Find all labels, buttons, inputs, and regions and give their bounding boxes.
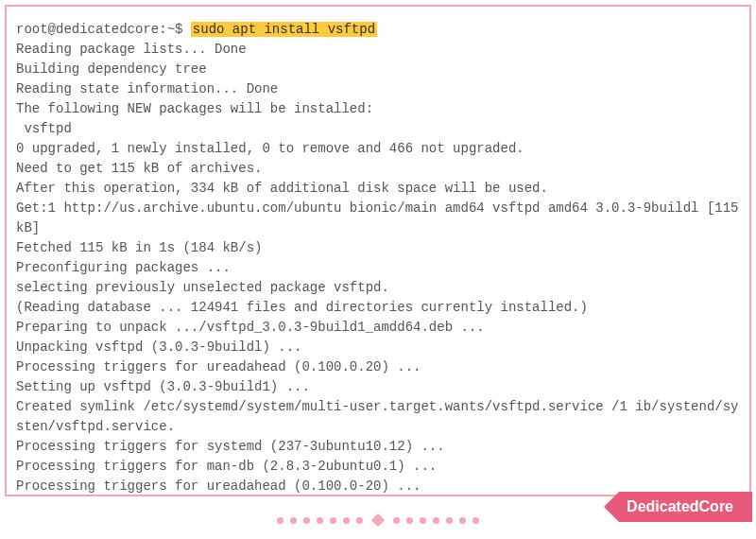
output-line: Preparing to unpack .../vsftpd_3.0.3-9bu… <box>16 318 740 338</box>
dot-icon <box>406 517 413 524</box>
brand-ribbon: DedicatedCore <box>604 492 752 522</box>
dot-icon <box>330 517 336 524</box>
output-line: The following NEW packages will be insta… <box>16 99 740 119</box>
dot-icon <box>420 517 426 524</box>
dot-icon <box>290 517 297 524</box>
output-line: Processing triggers for ureadahead (0.10… <box>16 357 740 377</box>
dot-icon <box>393 517 400 524</box>
output-line: vsftpd <box>16 119 740 139</box>
dot-icon <box>277 517 284 524</box>
output-line: Building dependency tree <box>16 60 740 79</box>
output-line: Setting up vsftpd (3.0.3-9build1) ... <box>16 377 740 397</box>
output-line: (Reading database ... 124941 files and d… <box>16 298 740 318</box>
output-line: Unpacking vsftpd (3.0.3-9buildl) ... <box>16 338 740 357</box>
dot-icon <box>472 517 479 524</box>
output-line: Processing triggers for man-db (2.8.3-2u… <box>16 457 740 477</box>
output-line: After this operation, 334 kB of addition… <box>16 179 740 199</box>
output-line: Reading package lists... Done <box>16 40 740 60</box>
dot-icon <box>459 517 466 524</box>
dot-icon <box>446 517 453 524</box>
output-line: Need to get 115 kB of archives. <box>16 159 740 179</box>
dot-icon <box>303 517 310 524</box>
command-input: sudo apt install vsftpd <box>191 22 377 37</box>
output-line: 0 upgraded, 1 newly installed, 0 to remo… <box>16 139 740 159</box>
dot-icon <box>343 517 350 524</box>
output-line: Processing triggers for systemd (237-3ub… <box>16 437 740 457</box>
diamond-icon <box>371 513 385 527</box>
command-line: root@dedicatedcore:~$ sudo apt install v… <box>16 20 740 40</box>
output-line: selecting previously unselected package … <box>16 278 740 298</box>
ribbon-tail-icon <box>604 492 619 522</box>
output-line: Created symlink /etc/systemd/system/mult… <box>16 397 740 437</box>
shell-prompt: root@dedicatedcore:~$ <box>16 22 191 37</box>
dot-icon <box>317 517 323 524</box>
output-line: Get:1 http://us.archive.ubuntu.com/ubunt… <box>16 199 740 238</box>
output-line: Preconfiguring packages ... <box>16 258 740 278</box>
terminal-window: root@dedicatedcore:~$ sudo apt install v… <box>5 5 751 496</box>
brand-label: DedicatedCore <box>619 492 752 522</box>
output-line: Fetched 115 kB in 1s (184 kB/s) <box>16 238 740 258</box>
dots-separator <box>277 515 479 525</box>
output-line: Reading state information... Done <box>16 79 740 99</box>
dot-icon <box>356 517 363 524</box>
dot-icon <box>433 517 439 524</box>
